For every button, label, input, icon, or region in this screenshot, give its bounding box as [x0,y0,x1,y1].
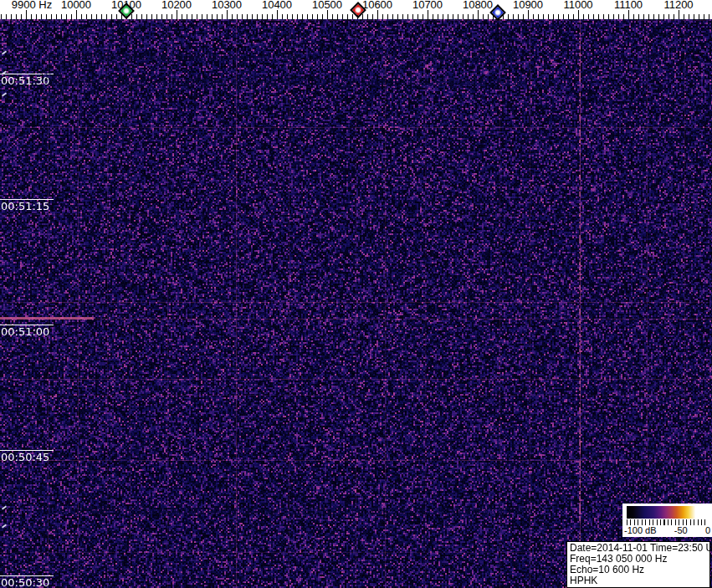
colorbar-min-label: -100 dB [624,525,657,535]
colorbar-ruler [627,519,709,525]
colorbar-max-label: 0 [705,525,710,535]
colorbar-mid-label: -50 [674,525,688,535]
event-time-offset-label: ^t+36 [42,525,61,534]
time-label: 00:50:30 [1,576,49,588]
event-annotation: 20141102005130832 hCnt244 nb-77 f10648 h… [48,53,520,62]
time-label: 00:51:15 [1,200,49,212]
amplitude-colorbar: -100 dB -50 0 [622,504,712,537]
info-station-line: HPHK [570,575,709,586]
status-info-box: Date=2014-11-01 Time=23:50 UTC Freq=143 … [566,541,710,588]
time-label: 00:51:00 [1,325,49,338]
event-annotation: 20141102005128032 hCnt243 nb-77 f10700 h… [48,78,527,87]
colorbar-gradient [627,506,709,519]
spectrogram-window: 9900 Hz100001010010200103001040010500106… [0,0,712,588]
spectrogram-display[interactable] [0,19,712,588]
colorbar-labels: -100 dB -50 0 [624,525,710,535]
event-time-offset-label: ^t+28 [42,94,61,103]
event-annotation: 20141102005036332 hCnt242 nb-79 f10901 h… [48,507,530,516]
time-label: 00:50:45 [1,451,49,463]
